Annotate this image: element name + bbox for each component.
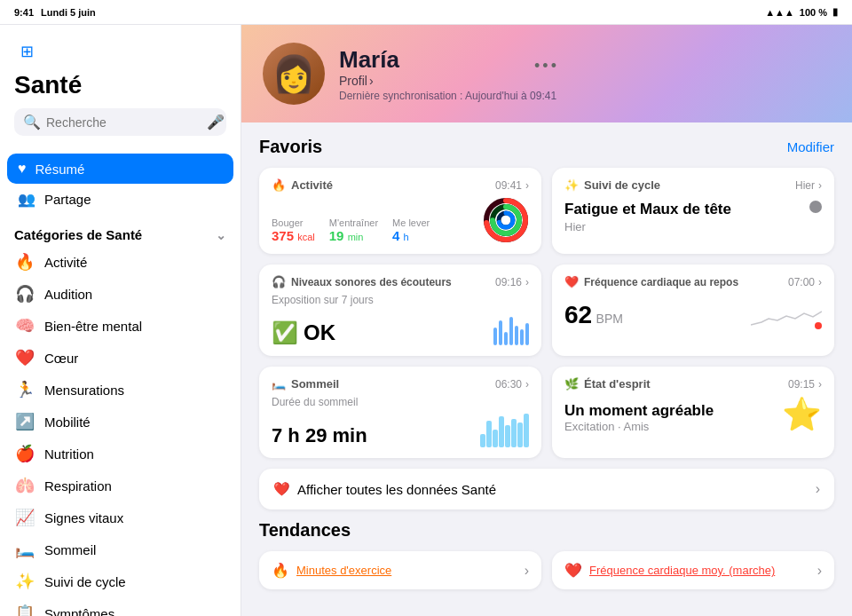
category-activite-label: Activité [44, 255, 87, 270]
cycle-card-icon: ✨ [564, 178, 579, 192]
card-activite[interactable]: 🔥 Activité 09:41 › Bouger 375 kcal [259, 168, 541, 254]
stat-lever: Me lever 4 h [392, 217, 430, 243]
card-activite-title-row: 🔥 Activité [272, 178, 333, 192]
bar-5 [515, 326, 518, 345]
three-dots-menu[interactable]: ••• [534, 57, 559, 75]
card-hr-chevron-icon: › [818, 276, 822, 288]
profile-info: María Profil › Dernière synchronisation … [339, 46, 831, 102]
category-mobilite[interactable]: ↗️ Mobilité [0, 406, 241, 438]
category-mensurations-label: Mensurations [44, 383, 124, 398]
activite-card-icon: 🔥 [272, 178, 286, 192]
categories-title: Catégories de Santé [14, 227, 142, 242]
avatar-emoji: 👩 [272, 53, 316, 95]
stat-lever-label: Me lever [392, 217, 430, 228]
category-suivi-cycle[interactable]: ✨ Suivi de cycle [0, 565, 241, 597]
nutrition-icon: 🍎 [14, 444, 36, 463]
activite-icon: 🔥 [14, 252, 36, 272]
category-respiration[interactable]: 🫁 Respiration [0, 470, 241, 501]
category-signes-vitaux[interactable]: 📈 Signes vitaux [0, 501, 241, 533]
category-audition[interactable]: 🎧 Audition [0, 278, 241, 310]
card-mood-time: 09:15 [788, 378, 815, 391]
card-sound-header: 🎧 Niveaux sonores des écouteurs 09:16 › [272, 275, 529, 288]
avatar: 👩 [263, 43, 325, 105]
sleep-value: 7 h 29 min [272, 424, 367, 447]
sidebar-item-resume[interactable]: ♥ Résumé [7, 154, 233, 184]
sleep-bar-5 [505, 425, 510, 447]
stat-entrainer-value: 19 min [329, 228, 378, 243]
search-input[interactable] [46, 115, 201, 130]
bar-1 [493, 328, 497, 345]
profile-link[interactable]: Profil › [339, 74, 831, 88]
mood-label: Un moment agréable [564, 402, 714, 420]
category-sommeil[interactable]: 🛏️ Sommeil [0, 533, 241, 565]
category-mensurations[interactable]: 🏃 Mensurations [0, 374, 241, 406]
sidebar-item-partage-label: Partage [44, 192, 91, 207]
card-sleep-header: 🛏️ Sommeil 06:30 › [272, 377, 529, 391]
tendance-heart-icon: ❤️ [564, 562, 582, 579]
bar-6 [520, 329, 524, 345]
mood-sub: Excitation · Amis [564, 420, 714, 433]
card-suivi-cycle[interactable]: ✨ Suivi de cycle Hier › Fatigue et Maux … [552, 168, 834, 254]
card-hr-header: ❤️ Fréquence cardiaque au repos 07:00 › [564, 275, 822, 288]
category-nutrition-label: Nutrition [44, 446, 94, 462]
card-activite-chevron-icon: › [525, 179, 529, 192]
card-niveaux-sonores[interactable]: 🎧 Niveaux sonores des écouteurs 09:16 › … [259, 265, 541, 356]
mic-icon[interactable]: 🎤 [207, 114, 225, 130]
category-suivi-cycle-label: Suivi de cycle [44, 574, 126, 589]
card-cycle-time: Hier [795, 179, 815, 192]
sidebar-toggle-button[interactable]: ⊞ [14, 39, 39, 64]
card-cycle-title: Suivi de cycle [584, 178, 660, 192]
card-sleep-subtitle: Durée du sommeil [272, 396, 529, 408]
tendance-frequence-marche[interactable]: ❤️ Fréquence cardiaque moy. (marche) › [552, 551, 834, 589]
category-sommeil-label: Sommeil [44, 542, 96, 557]
mood-emoji: ⭐ [782, 396, 822, 433]
audition-icon: 🎧 [14, 284, 36, 304]
tendance-minutes-exercice[interactable]: 🔥 Minutes d'exercice › [259, 551, 541, 589]
sleep-chart [480, 412, 529, 447]
card-sleep-title: Sommeil [291, 377, 339, 391]
category-bien-etre[interactable]: 🧠 Bien-être mental [0, 310, 241, 342]
bien-etre-icon: 🧠 [14, 316, 36, 336]
sidebar-item-partage[interactable]: 👥 Partage [7, 184, 233, 215]
card-sommeil[interactable]: 🛏️ Sommeil 06:30 › Durée du sommeil 7 h … [259, 367, 541, 458]
card-sleep-title-row: 🛏️ Sommeil [272, 377, 339, 391]
hr-value: 62 [564, 301, 592, 328]
modifier-button[interactable]: Modifier [787, 139, 834, 154]
search-bar[interactable]: 🔍 🎤 [14, 108, 226, 136]
card-frequence-cardiaque[interactable]: ❤️ Fréquence cardiaque au repos 07:00 › … [552, 265, 834, 356]
tendances-section: Tendances 🔥 Minutes d'exercice › ❤️ Fréq… [259, 520, 834, 589]
bar-2 [499, 320, 502, 345]
coeur-icon: ❤️ [14, 348, 36, 367]
card-hr-time: 07:00 [788, 276, 815, 288]
category-symptomes[interactable]: 📋 Symptômes [0, 597, 241, 616]
card-sound-time: 09:16 [495, 276, 522, 288]
sleep-bar-3 [493, 430, 498, 447]
respiration-icon: 🫁 [14, 476, 36, 495]
sound-chart [493, 310, 529, 345]
sidebar-title: Santé [14, 71, 226, 99]
categories-header[interactable]: Catégories de Santé ⌄ [0, 218, 241, 246]
category-nutrition[interactable]: 🍎 Nutrition [0, 438, 241, 470]
card-etat-esprit[interactable]: 🌿 État d'esprit 09:15 › Un moment agréab… [552, 367, 834, 458]
card-mood-body: Un moment agréable Excitation · Amis ⭐ [564, 396, 822, 433]
stat-lever-value: 4 h [392, 228, 430, 243]
heart-card-icon: ❤️ [564, 275, 579, 288]
categories-list: 🔥 Activité 🎧 Audition 🧠 Bien-être mental… [0, 246, 241, 616]
heart-red-icon: ❤️ [273, 481, 290, 497]
card-mood-chevron-icon: › [818, 378, 822, 391]
sleep-bar-2 [486, 421, 492, 447]
tendances-header: Tendances [259, 520, 834, 541]
all-data-button[interactable]: ❤️ Afficher toutes les données Santé › [259, 469, 834, 509]
profile-chevron-icon: › [369, 74, 374, 88]
suivi-cycle-icon: ✨ [14, 572, 36, 591]
sleep-bar-7 [517, 423, 523, 447]
category-respiration-label: Respiration [44, 478, 112, 494]
category-activite[interactable]: 🔥 Activité [0, 246, 241, 278]
card-cycle-title-row: ✨ Suivi de cycle [564, 178, 660, 192]
card-activite-time: 09:41 [495, 179, 522, 192]
stat-bouger: Bouger 375 kcal [272, 217, 315, 243]
card-hr-title: Fréquence cardiaque au repos [584, 276, 738, 288]
category-coeur[interactable]: ❤️ Cœur [0, 342, 241, 374]
category-symptomes-label: Symptômes [44, 606, 114, 617]
bar-7 [525, 323, 529, 345]
